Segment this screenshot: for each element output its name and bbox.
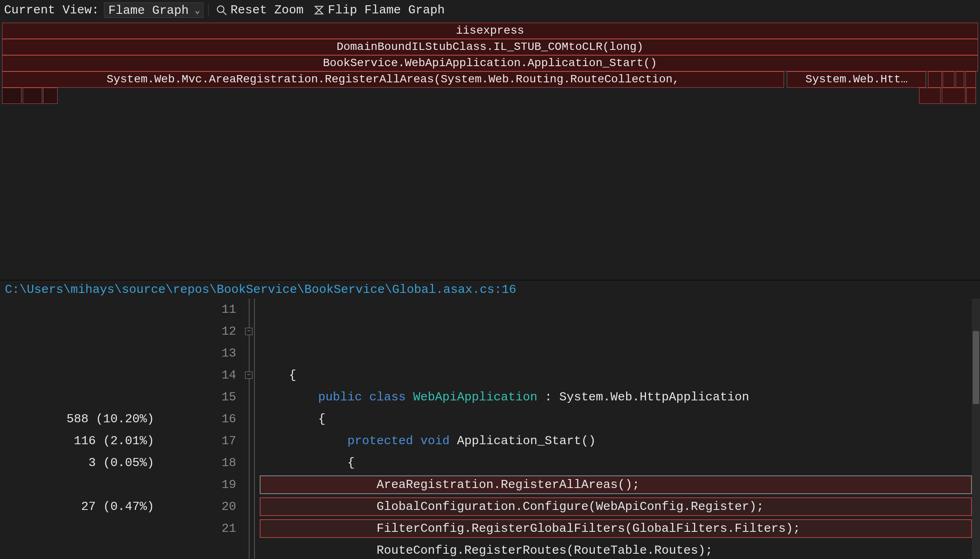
flip-flame-label: Flip Flame Graph: [328, 3, 445, 17]
line-number: 13: [162, 342, 236, 364]
code-line[interactable]: FilterConfig.RegisterGlobalFilters(Globa…: [260, 518, 980, 540]
flame-frame[interactable]: System.Web.Mvc.AreaRegistration.Register…: [2, 71, 784, 88]
code-pane: 588 (10.20%)116 (2.01%)3 (0.05%)27 (0.47…: [0, 299, 980, 559]
line-number: 21: [162, 518, 236, 540]
code-text: AreaRegistration.RegisterAllAreas();: [260, 478, 640, 492]
view-select-wrap: Flame Graph ⌄: [104, 2, 203, 18]
hit-count: [0, 364, 154, 386]
fold-rule: [249, 299, 250, 559]
flame-frame[interactable]: [23, 88, 42, 104]
flame-frame[interactable]: [965, 71, 976, 88]
code-text: protected void Application_Start(): [260, 434, 596, 448]
source-filepath: C:\Users\mihays\source\repos\BookService…: [0, 280, 980, 299]
line-number: 17: [162, 430, 236, 452]
hit-count-gutter: 588 (10.20%)116 (2.01%)3 (0.05%)27 (0.47…: [0, 299, 162, 559]
line-number: 19: [162, 474, 236, 496]
flame-frame[interactable]: [942, 88, 965, 104]
flame-frame[interactable]: System.Web.Htt…: [787, 71, 926, 88]
hit-count: 3 (0.05%): [0, 452, 154, 474]
code-text: {: [260, 412, 325, 426]
line-number: 18: [162, 452, 236, 474]
code-line[interactable]: public class WebApiApplication : System.…: [260, 386, 980, 408]
flame-frame[interactable]: [2, 88, 22, 104]
code-text: {: [260, 456, 355, 470]
hit-count: 588 (10.20%): [0, 408, 154, 430]
toolbar: Current View: Flame Graph ⌄ Reset Zoom F…: [0, 0, 980, 20]
code-line[interactable]: {: [260, 364, 980, 386]
code-line[interactable]: GlobalConfiguration.Configure(WebApiConf…: [260, 496, 980, 518]
code-line[interactable]: protected void Application_Start(): [260, 430, 980, 452]
flame-frame[interactable]: iisexpress: [2, 23, 978, 39]
flame-frame[interactable]: [43, 88, 58, 104]
fold-toggle[interactable]: −: [245, 328, 252, 335]
view-dropdown[interactable]: Flame Graph: [104, 2, 203, 18]
code-text: RouteConfig.RegisterRoutes(RouteTable.Ro…: [260, 544, 713, 557]
flame-frame[interactable]: [956, 71, 965, 88]
source-code[interactable]: { public class WebApiApplication : Syste…: [254, 299, 980, 559]
code-line[interactable]: {: [260, 408, 980, 430]
line-number: 15: [162, 386, 236, 408]
flame-frame[interactable]: DomainBoundILStubClass.IL_STUB_COMtoCLR(…: [2, 39, 978, 55]
hit-count: [0, 342, 154, 364]
hit-count: [0, 518, 154, 540]
hit-count: [0, 299, 154, 320]
code-line[interactable]: RouteConfig.RegisterRoutes(RouteTable.Ro…: [260, 540, 980, 559]
code-text: public class WebApiApplication : System.…: [260, 390, 749, 404]
hit-count: 116 (2.01%): [0, 430, 154, 452]
line-number: 12: [162, 320, 236, 342]
flame-row: [0, 88, 980, 104]
magnifier-icon: [216, 4, 227, 16]
flame-row: iisexpress: [0, 23, 980, 39]
flame-row: BookService.WebApiApplication.Applicatio…: [0, 55, 980, 71]
flame-row: System.Web.Mvc.AreaRegistration.Register…: [0, 71, 980, 88]
toolbar-separator: [208, 4, 209, 17]
hit-count: [0, 474, 154, 496]
hit-count: 27 (0.47%): [0, 496, 154, 518]
fold-toggle[interactable]: −: [245, 372, 252, 379]
line-number: 11: [162, 299, 236, 320]
flame-frame[interactable]: [943, 71, 954, 88]
line-number: 16: [162, 408, 236, 430]
hit-count: [0, 320, 154, 342]
flame-frame[interactable]: [928, 71, 942, 88]
flip-icon: [313, 4, 325, 16]
flame-frame[interactable]: [966, 88, 976, 104]
code-text: {: [260, 368, 296, 382]
line-number-gutter: 1112131415161718192021: [162, 299, 243, 559]
code-line[interactable]: AreaRegistration.RegisterAllAreas();: [260, 474, 980, 496]
flame-frame[interactable]: [919, 88, 941, 104]
code-line[interactable]: {: [260, 452, 980, 474]
reset-zoom-button[interactable]: Reset Zoom: [213, 2, 306, 18]
flip-flame-button[interactable]: Flip Flame Graph: [311, 2, 447, 18]
code-text: GlobalConfiguration.Configure(WebApiConf…: [260, 500, 764, 514]
svg-point-0: [218, 6, 224, 13]
flame-row: DomainBoundILStubClass.IL_STUB_COMtoCLR(…: [0, 39, 980, 55]
reset-zoom-label: Reset Zoom: [230, 3, 304, 17]
flame-graph[interactable]: iisexpressDomainBoundILStubClass.IL_STUB…: [0, 20, 980, 280]
flame-frame[interactable]: BookService.WebApiApplication.Applicatio…: [2, 55, 978, 71]
line-number: 14: [162, 364, 236, 386]
line-number: 20: [162, 496, 236, 518]
hit-count: [0, 386, 154, 408]
fold-gutter: −−: [243, 299, 254, 559]
code-text: FilterConfig.RegisterGlobalFilters(Globa…: [260, 522, 800, 535]
svg-line-1: [223, 12, 226, 15]
current-view-label: Current View:: [4, 3, 99, 17]
